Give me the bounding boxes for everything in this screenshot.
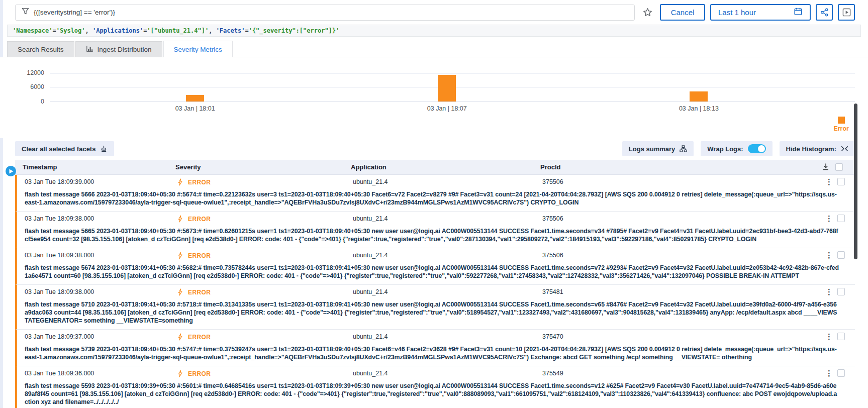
log-timestamp: 03 Jan Tue 18:09:37.000 (25, 333, 94, 340)
row-menu-icon[interactable]: ⋮ (825, 332, 833, 341)
lightning-icon (177, 252, 183, 259)
tab-search-results[interactable]: Search Results (7, 41, 74, 57)
log-entry[interactable]: 03 Jan Tue 18:09:36.000 ERROR ubuntu_21.… (15, 366, 855, 408)
severity-badge: ERROR (188, 252, 211, 259)
chart-legend: Error (833, 117, 849, 132)
log-timestamp: 03 Jan Tue 18:09:38.000 (25, 215, 94, 222)
vertical-scrollbar[interactable] (854, 104, 857, 259)
y-tick-label: 12000 (0, 69, 44, 76)
row-menu-icon[interactable]: ⋮ (825, 251, 833, 260)
row-checkbox[interactable] (837, 288, 845, 295)
tab-label: Severity Metrics (174, 46, 222, 53)
log-severity: ERROR (177, 215, 211, 223)
log-meta-row: 03 Jan Tue 18:09:38.000 ERROR ubuntu_21.… (17, 212, 855, 227)
query-segment: = (245, 27, 248, 34)
x-tick-label: 03 Jan | 18:07 (427, 105, 467, 112)
log-application: ubuntu_21.4 (353, 215, 388, 222)
cancel-button[interactable]: Cancel (660, 4, 705, 21)
row-checkbox[interactable] (837, 369, 845, 377)
log-severity: ERROR (177, 288, 211, 296)
query-segment: 'Namespace' (13, 27, 52, 34)
gridline (50, 73, 855, 74)
time-range-label: Last 1 hour (718, 8, 756, 17)
select-all-checkbox[interactable] (835, 163, 843, 171)
play-box-icon (842, 8, 851, 17)
row-checkbox[interactable] (837, 251, 845, 259)
query-expression: 'Namespace'='Syslog', 'Applications'='["… (13, 27, 339, 34)
log-procid: 375481 (542, 288, 563, 295)
log-application: ubuntu_21.4 (353, 333, 388, 340)
run-query-button[interactable] (838, 4, 855, 21)
query-segment: 'Applications' (92, 27, 143, 34)
hide-histogram-button[interactable]: Hide Histogram: (780, 141, 855, 156)
row-checkbox[interactable] (837, 215, 845, 222)
row-checkbox[interactable] (837, 178, 845, 185)
log-entry[interactable]: 03 Jan Tue 18:09:38.000 ERROR ubuntu_21.… (15, 284, 855, 329)
log-application: ubuntu_21.4 (353, 288, 388, 295)
log-message: flash test message 5665 2023-01-03T18:09… (17, 227, 855, 248)
logs-summary-button[interactable]: Logs summary (622, 141, 694, 156)
filter-expression: {([severitystring] == 'error')} (34, 9, 115, 16)
log-severity: ERROR (177, 252, 211, 259)
row-menu-icon[interactable]: ⋮ (825, 214, 833, 223)
wrap-logs-toggle[interactable] (748, 144, 766, 153)
share-button[interactable] (816, 4, 833, 21)
filter-query-input[interactable]: {([severitystring] == 'error')} (15, 5, 635, 21)
severity-badge: ERROR (188, 370, 211, 377)
log-entry[interactable]: 03 Jan Tue 18:09:39.000 ERROR ubuntu_21.… (15, 175, 855, 211)
bar-error-1[interactable] (438, 75, 456, 101)
severity-badge: ERROR (188, 216, 211, 223)
tab-ingest-distribution[interactable]: Ingest Distribution (75, 41, 162, 57)
clear-facets-label: Clear all selected facets (22, 145, 95, 153)
log-meta-row: 03 Jan Tue 18:09:37.000 ERROR ubuntu_21.… (17, 330, 855, 345)
severity-badge: ERROR (188, 289, 211, 296)
column-timestamp: Timestamp (23, 163, 57, 171)
time-range-button[interactable]: Last 1 hour (710, 4, 811, 21)
log-timestamp: 03 Jan Tue 18:09:38.000 (25, 288, 94, 295)
log-procid: 375506 (542, 252, 563, 259)
log-application: ubuntu_21.4 (353, 178, 388, 185)
log-application: ubuntu_21.4 (353, 370, 388, 377)
log-timestamp: 03 Jan Tue 18:09:36.000 (25, 370, 94, 377)
log-timestamp: 03 Jan Tue 18:09:38.000 (25, 252, 94, 259)
logs-toolbar: Clear all selected facets Logs summary W… (15, 141, 855, 156)
log-message: flash test message 5593 2023-01-03T18:09… (17, 381, 855, 408)
log-entry[interactable]: 03 Jan Tue 18:09:38.000 ERROR ubuntu_21.… (15, 211, 855, 248)
column-procid: ProcId (540, 163, 560, 171)
x-tick-label: 03 Jan | 18:13 (679, 105, 719, 112)
live-tail-play-button[interactable] (6, 166, 16, 176)
query-segment: , (209, 27, 216, 34)
severity-badge: ERROR (188, 179, 211, 186)
row-menu-icon[interactable]: ⋮ (825, 177, 833, 186)
logs-summary-label: Logs summary (629, 145, 675, 153)
row-checkbox[interactable] (837, 333, 845, 340)
column-severity: Severity (175, 163, 201, 171)
bar-chart-icon (86, 45, 93, 54)
log-meta-row: 03 Jan Tue 18:09:38.000 ERROR ubuntu_21.… (17, 285, 855, 300)
broom-icon (100, 145, 108, 153)
log-message: flash test message 5666 2023-01-03T18:09… (17, 190, 855, 211)
lightning-icon (177, 370, 183, 377)
query-segment: 'Facets' (216, 27, 245, 34)
query-segment: = (52, 27, 56, 34)
row-menu-icon[interactable]: ⋮ (825, 287, 833, 296)
log-meta-row: 03 Jan Tue 18:09:38.000 ERROR ubuntu_21.… (17, 248, 855, 263)
lightning-icon (177, 178, 183, 186)
log-message: flash test message 5674 2023-01-03T18:09… (17, 263, 855, 284)
tab-severity-metrics[interactable]: Severity Metrics (163, 41, 233, 57)
collapse-icon (841, 145, 848, 152)
log-application: ubuntu_21.4 (353, 252, 388, 259)
row-menu-icon[interactable]: ⋮ (825, 369, 833, 378)
bar-error-2[interactable] (690, 91, 708, 101)
lightning-icon (177, 215, 183, 223)
download-icon[interactable] (822, 163, 830, 172)
bar-error-0[interactable] (186, 95, 204, 101)
log-rows-container: 03 Jan Tue 18:09:39.000 ERROR ubuntu_21.… (15, 175, 855, 408)
x-tick-label: 03 Jan | 18:01 (175, 105, 215, 112)
log-entry[interactable]: 03 Jan Tue 18:09:37.000 ERROR ubuntu_21.… (15, 329, 855, 366)
filter-bar: {([severitystring] == 'error')} Cancel L… (15, 4, 855, 21)
favorite-star-icon[interactable] (640, 5, 655, 21)
log-entry[interactable]: 03 Jan Tue 18:09:38.000 ERROR ubuntu_21.… (15, 248, 855, 284)
clear-facets-button[interactable]: Clear all selected facets (15, 141, 114, 156)
query-segment: '["ubuntu_21.4"]' (147, 27, 209, 34)
